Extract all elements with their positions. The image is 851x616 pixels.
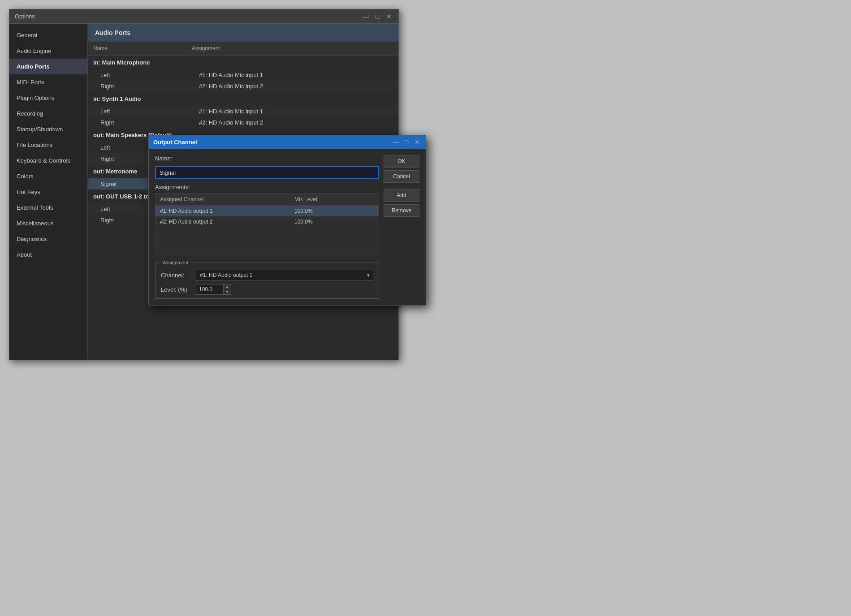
port-assignment: #1: HD Audio Mic input 1 (186, 106, 374, 117)
name-input-row (155, 166, 379, 179)
main-window-title: Options (15, 13, 35, 20)
content-header: Audio Ports (88, 24, 398, 42)
table-row[interactable]: Left #1: HD Audio Mic input 1 (88, 69, 398, 81)
dialog-title: Output Channel (153, 139, 197, 146)
sidebar-item-about[interactable]: About (9, 247, 87, 263)
col-assignment: Assignment (186, 42, 374, 56)
sidebar-item-file-locations[interactable]: File Locations (9, 137, 87, 153)
assignments-label: Assignments: (155, 184, 379, 190)
name-row: Name: (155, 155, 379, 162)
maximize-button[interactable]: □ (373, 13, 381, 21)
level-input[interactable] (196, 284, 223, 294)
sidebar-item-plugin-options[interactable]: Plugin Options (9, 90, 87, 106)
table-row[interactable]: Right #2: HD Audio Mic input 2 (88, 81, 398, 92)
port-name: Left (88, 69, 186, 81)
assign-channel: #2: HD Audio output 2 (156, 216, 290, 227)
window-body: General Audio Engine Audio Ports MIDI Po… (9, 24, 398, 360)
level-spinners: ▲ ▼ (223, 284, 231, 294)
port-name: Right (88, 81, 186, 92)
assignment-fieldset: Assignment Channel: #1: HD Audio output … (155, 260, 379, 299)
table-row (156, 227, 379, 254)
assign-channel: #1: HD Audio output 1 (156, 206, 290, 217)
assignments-table: Assigned Channel Mix Level #1: HD Audio … (156, 194, 379, 254)
port-assignment: #1: HD Audio Mic input 1 (186, 69, 374, 81)
port-name: Left (88, 106, 186, 117)
assign-col-channel: Assigned Channel (156, 194, 290, 206)
add-button[interactable]: Add (384, 189, 398, 202)
table-row[interactable]: in: Main Microphone (88, 56, 398, 70)
level-label: Level: (%) (161, 286, 192, 293)
level-increment-button[interactable]: ▲ (224, 284, 231, 289)
sidebar-item-recording[interactable]: Recording (9, 106, 87, 121)
sidebar-item-external-tools[interactable]: External Tools (9, 200, 87, 215)
remove-button[interactable]: Remove (384, 204, 398, 217)
dialog-body: Name: Assignments: (149, 149, 398, 305)
level-input-wrapper: ▲ ▼ (196, 284, 231, 295)
main-window-controls: — □ ✕ (362, 13, 393, 21)
sidebar-item-diagnostics[interactable]: Diagnostics (9, 231, 87, 247)
port-name: Right (88, 117, 186, 128)
table-row[interactable]: #1: HD Audio output 1 100.0% (156, 206, 379, 217)
sidebar-item-audio-engine[interactable]: Audio Engine (9, 43, 87, 59)
port-assignment: #2: HD Audio Mic input 2 (186, 81, 374, 92)
level-decrement-button[interactable]: ▼ (224, 289, 231, 294)
sidebar-item-startup-shutdown[interactable]: Startup/Shutdown (9, 121, 87, 137)
port-assignment: #2: HD Audio Mic input 2 (186, 117, 374, 128)
sidebar-item-audio-ports[interactable]: Audio Ports (9, 59, 87, 74)
sidebar-item-hot-keys[interactable]: Hot Keys (9, 184, 87, 200)
table-row[interactable]: #2: HD Audio output 2 100.0% (156, 216, 379, 227)
cancel-button[interactable]: Cancel (384, 170, 398, 183)
assign-col-extra (359, 194, 379, 206)
sidebar-item-keyboard-controls[interactable]: Keyboard & Controls (9, 153, 87, 168)
name-label: Name: (155, 155, 172, 162)
dialog-overlay: Output Channel — □ ✕ Name: (148, 135, 398, 306)
dialog-window-controls: — □ ✕ (392, 138, 398, 146)
col-extra (374, 42, 398, 56)
sidebar: General Audio Engine Audio Ports MIDI Po… (9, 24, 88, 360)
channel-select-wrapper: #1: HD Audio output 1 ▼ (196, 270, 373, 280)
minimize-button[interactable]: — (362, 13, 370, 21)
assign-level: 100.0% (290, 216, 359, 227)
close-button[interactable]: ✕ (385, 13, 393, 21)
assign-level: 100.0% (290, 206, 359, 217)
assign-col-level: Mix Level (290, 194, 359, 206)
group-name: in: Main Microphone (88, 56, 398, 70)
sidebar-item-miscellaneous[interactable]: Miscellaneous (9, 215, 87, 231)
table-row[interactable]: Left #1: HD Audio Mic input 1 (88, 106, 398, 117)
main-window: Options — □ ✕ General Audio Engine Audio… (9, 9, 399, 360)
level-row: Level: (%) ▲ ▼ (161, 284, 373, 295)
table-row[interactable]: Right #2: HD Audio Mic input 2 (88, 117, 398, 128)
dialog-minimize-button[interactable]: — (392, 138, 398, 146)
dialog-buttons: OK Cancel Add Remove (384, 155, 398, 299)
channel-row: Channel: #1: HD Audio output 1 ▼ (161, 270, 373, 280)
main-content: Audio Ports Name Assignment in: Main Mic… (88, 24, 398, 360)
sidebar-item-general[interactable]: General (9, 27, 87, 43)
channel-select[interactable]: #1: HD Audio output 1 (196, 270, 373, 280)
sidebar-item-midi-ports[interactable]: MIDI Ports (9, 74, 87, 90)
assignment-legend: Assignment (161, 260, 190, 265)
name-input[interactable] (155, 166, 379, 179)
ok-button[interactable]: OK (384, 155, 398, 168)
sidebar-item-colors[interactable]: Colors (9, 168, 87, 184)
group-name: in: Synth 1 Audio (88, 92, 398, 106)
dialog-titlebar: Output Channel — □ ✕ (149, 135, 398, 149)
main-titlebar: Options — □ ✕ (9, 9, 398, 24)
output-channel-dialog: Output Channel — □ ✕ Name: (148, 135, 398, 306)
dialog-main: Name: Assignments: (155, 155, 379, 299)
table-row[interactable]: in: Synth 1 Audio (88, 92, 398, 106)
col-name: Name (88, 42, 186, 56)
channel-label: Channel: (161, 272, 192, 279)
assignments-table-wrapper: Assigned Channel Mix Level #1: HD Audio … (155, 193, 379, 254)
